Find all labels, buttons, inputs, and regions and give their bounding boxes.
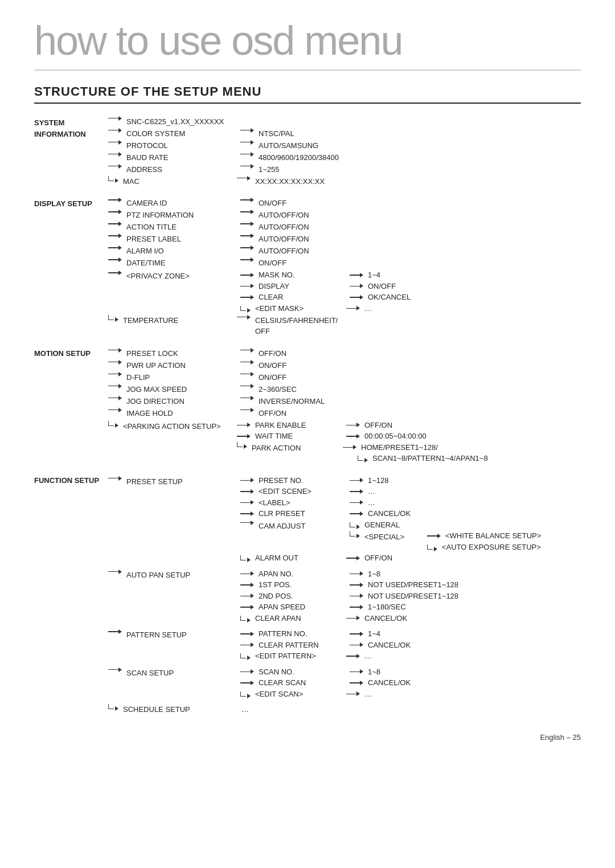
pattern-subitems: PATTERN NO. 1~4 CLEAR PATTERN CANCEL/OK <box>240 628 411 662</box>
arrow-apan-speed <box>240 605 256 609</box>
edit-scan-label: <EDIT SCAN> <box>255 689 346 700</box>
row-jog-dir: JOG DIRECTION INVERSE/NORMAL <box>108 396 488 407</box>
arrow-datetime <box>108 257 124 262</box>
dflip-label: D-FLIP <box>126 372 240 383</box>
group-label-motion: MOTION SETUP <box>34 347 108 359</box>
mac-label: MAC <box>123 176 237 187</box>
2nd-pos-value: NOT USED/PRESET1~128 <box>368 591 458 602</box>
arrow-alarm-out <box>240 555 253 560</box>
row-cam-adjust: CAM ADJUST GENERAL <box>240 519 541 553</box>
pwr-up-label: PWR UP ACTION <box>126 360 240 371</box>
arrow-clr-preset-val <box>350 511 366 516</box>
arrow-edit-scan-val <box>346 691 362 696</box>
row-preset-lock: PRESET LOCK OFF/ON <box>108 348 488 359</box>
arrow-edit-mask <box>240 306 253 311</box>
section-heading: STRUCTURE OF THE SETUP MENU <box>34 84 581 104</box>
scan-subitems: SCAN NO. 1~8 CLEAR SCAN CANCEL/OK <box>240 666 411 700</box>
pattern-no-label: PATTERN NO. <box>259 628 350 640</box>
mask-no-label: MASK NO. <box>259 269 350 281</box>
camera-id-value: ON/OFF <box>259 198 286 209</box>
arrow-protocol-val <box>240 140 256 145</box>
clear-scan-label: CLEAR SCAN <box>259 677 350 689</box>
privacy-label: <PRIVACY ZONE> <box>126 271 240 282</box>
arrow-wait-time <box>237 434 253 439</box>
arrow-mask-no <box>240 273 256 277</box>
pattern-no-value: 1~4 <box>368 628 380 640</box>
jog-speed-label: JOG MAX SPEED <box>126 384 240 395</box>
snc-label: SNC-C6225_v1.XX_XXXXXX <box>126 116 224 128</box>
arrow-clear-apan-val <box>346 616 362 620</box>
footer: English – 25 <box>34 733 581 742</box>
preset-lock-label: PRESET LOCK <box>126 348 240 359</box>
special-label: <SPECIAL> <box>364 531 427 543</box>
row-apan-no: APAN NO. 1~8 <box>240 568 458 580</box>
auto-pan-subitems: APAN NO. 1~8 1ST POS. NOT USED/PRESET1~1… <box>240 568 458 624</box>
auto-pan-label: AUTO PAN SETUP <box>126 570 240 581</box>
alarm-io-label: ALARM I/O <box>126 245 240 257</box>
park-action-label: PARK ACTION <box>252 443 343 454</box>
arrow-clear-pattern <box>240 642 256 647</box>
arrow-preset-lock-val <box>240 348 256 353</box>
address-label: ADDRESS <box>126 164 240 175</box>
arrow-apan-no <box>240 571 256 576</box>
arrow-mac-val <box>237 176 253 181</box>
park-action-val2-row: SCAN1~8/PATTERN1~4/APAN1~8 <box>343 453 488 464</box>
clear-apan-value: CANCEL/OK <box>364 613 407 624</box>
arrow-label-sub-val <box>350 500 366 505</box>
row-schedule-setup: SCHEDULE SETUP … <box>108 704 541 715</box>
arrow-clr-preset <box>240 511 256 516</box>
row-edit-scene: <EDIT SCENE> … <box>240 486 541 497</box>
image-hold-value: OFF/ON <box>259 408 286 419</box>
clear-pattern-label: CLEAR PATTERN <box>259 640 350 651</box>
arrow-alarm-out-val <box>346 556 362 560</box>
row-action-title: ACTION TITLE AUTO/OFF/ON <box>108 222 411 233</box>
arrow-jog-dir-val <box>240 396 256 400</box>
clear-apan-label: CLEAR APAN <box>255 613 346 624</box>
row-image-hold: IMAGE HOLD OFF/ON <box>108 408 488 419</box>
arrow-edit-scan <box>240 691 253 697</box>
edit-scene-value: … <box>368 486 375 497</box>
pattern-setup-label: PATTERN SETUP <box>126 629 240 641</box>
park-enable-value: OFF/ON <box>364 420 392 431</box>
apan-speed-value: 1~180/SEC <box>368 601 406 613</box>
group-system: SYSTEMINFORMATION SNC-C6225_v1.XX_XXXXXX <box>34 115 581 188</box>
arrow-pattern-setup <box>108 629 124 634</box>
arrow-preset-no-val <box>350 478 366 482</box>
arrow-clear-scan-val <box>350 681 366 685</box>
row-jog-speed: JOG MAX SPEED 2~360/SEC <box>108 384 488 395</box>
arrow-image-hold-val <box>240 408 256 412</box>
arrow-clear-sub-val <box>350 295 366 300</box>
action-title-label: ACTION TITLE <box>126 222 240 233</box>
arrow-park-action <box>237 442 249 447</box>
arrow-edit-scene-val <box>350 489 366 494</box>
arrow-auto-pan <box>108 570 124 574</box>
privacy-subitems: MASK NO. 1~4 <box>240 269 411 314</box>
arrow-special <box>350 531 362 537</box>
row-snc: SNC-C6225_v1.XX_XXXXXX <box>108 116 339 128</box>
arrow-temperature <box>108 315 121 320</box>
row-special: <SPECIAL> <WHITE BALANCE SETUP> <box>350 530 541 552</box>
row-edit-pattern: <EDIT PATTERN> … <box>240 650 411 662</box>
row-preset-setup: PRESET SETUP PRESET NO. 1~128 <EDIT S <box>108 475 541 564</box>
apan-speed-label: APAN SPEED <box>259 601 350 613</box>
row-camera-id: CAMERA ID ON/OFF <box>108 198 411 209</box>
clear-sub-value: OK/CANCEL <box>368 292 411 303</box>
wait-time-label: WAIT TIME <box>255 431 346 442</box>
datetime-value: ON/OFF <box>259 257 286 269</box>
preset-setup-subitems: PRESET NO. 1~128 <EDIT SCENE> … <box>240 475 541 564</box>
arrow-dflip-val <box>240 372 256 376</box>
row-address: ADDRESS 1~255 <box>108 164 339 175</box>
camera-id-label: CAMERA ID <box>126 198 240 209</box>
arrow-display-sub-val <box>350 284 366 288</box>
arrow-preset-label-val <box>240 234 256 238</box>
jog-speed-value: 2~360/SEC <box>259 384 297 395</box>
row-clear-apan: CLEAR APAN CANCEL/OK <box>240 613 458 624</box>
auto-exposure-label: <AUTO EXPOSURE SETUP> <box>442 542 541 553</box>
group-content-motion: PRESET LOCK OFF/ON PWR UP ACTION ON/OFF … <box>108 347 488 465</box>
arrow-color-system <box>108 128 124 133</box>
group-label-system: SYSTEMINFORMATION <box>34 115 108 140</box>
arrow-action-title-val <box>240 222 256 226</box>
arrow-parking <box>108 421 121 426</box>
arrow-dflip <box>108 372 124 376</box>
row-park-action: PARK ACTION HOME/PRESET1~128/ <box>237 442 488 464</box>
